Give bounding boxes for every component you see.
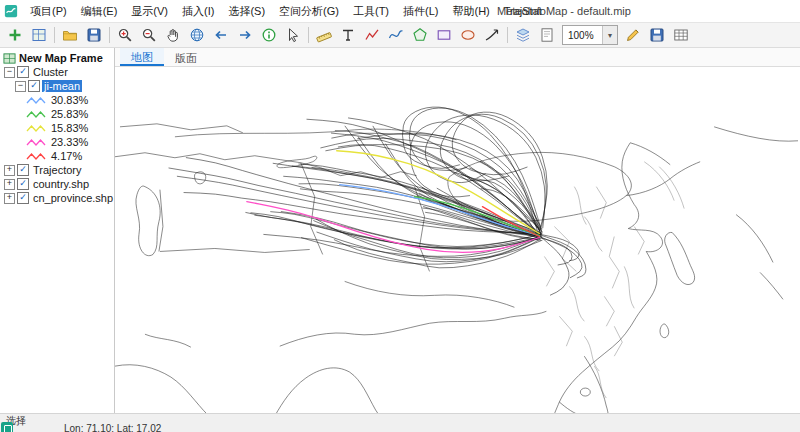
rectangle-draw-icon (436, 27, 452, 43)
legend-label: 4.17% (49, 150, 84, 162)
trajectory-lines (169, 107, 586, 295)
legend-line-icon (26, 138, 46, 147)
identify-button[interactable] (258, 24, 280, 46)
text-annotation-icon (340, 27, 356, 43)
zoom-previous-button[interactable] (210, 24, 232, 46)
status-map-icon (1, 422, 13, 432)
new-map-frame-icon (31, 27, 47, 43)
text-annotation-button[interactable] (337, 24, 359, 46)
edit-pencil-button[interactable] (622, 24, 644, 46)
menu-item-5[interactable]: 空间分析(G) (272, 0, 346, 22)
layers-panel: New Map Frame −✓Cluster−✓ji-mean30.83%25… (0, 48, 115, 413)
legend-item-25.83[interactable]: 25.83% (0, 107, 114, 121)
measure-button[interactable] (313, 24, 335, 46)
menu-item-0[interactable]: 项目(P) (23, 0, 74, 22)
layer-label[interactable]: ji-mean (42, 80, 82, 92)
toc-tree: −✓Cluster−✓ji-mean30.83%25.83%15.83%23.3… (0, 65, 114, 205)
layer-item-trajectory[interactable]: +✓Trajectory (0, 163, 114, 177)
edit-pencil-icon (625, 27, 641, 43)
expand-icon[interactable]: + (4, 179, 15, 190)
zoom-out-icon (141, 27, 157, 43)
zoom-in-button[interactable] (114, 24, 136, 46)
toolbar: 100%▾ (0, 23, 800, 48)
status-bar: 选择 Lon: 71.10; Lat: 17.02 (0, 413, 800, 432)
zoom-out-button[interactable] (138, 24, 160, 46)
curve-draw-button[interactable] (385, 24, 407, 46)
add-data-button[interactable] (4, 24, 26, 46)
zoom-previous-icon (213, 27, 229, 43)
save-edits-icon (649, 27, 665, 43)
tab-strip: 地图版面 (115, 48, 800, 67)
measure-icon (316, 27, 332, 43)
layers-button[interactable] (512, 24, 534, 46)
menu-item-7[interactable]: 插件(L) (396, 0, 445, 22)
zoom-next-button[interactable] (234, 24, 256, 46)
legend-item-30.83[interactable]: 30.83% (0, 93, 114, 107)
open-project-icon (62, 27, 78, 43)
pan-icon (165, 27, 181, 43)
tab-layout[interactable]: 版面 (164, 48, 208, 66)
menu-item-2[interactable]: 显示(V) (124, 0, 175, 22)
wind-arrow-icon (484, 27, 500, 43)
layer-item-cn-province-shp[interactable]: +✓cn_province.shp (0, 191, 114, 205)
layout-view-button[interactable] (536, 24, 558, 46)
legend-label: 30.83% (49, 94, 90, 106)
expand-icon[interactable]: + (4, 165, 15, 176)
layer-label[interactable]: cn_province.shp (31, 192, 115, 204)
layer-item-country-shp[interactable]: +✓country.shp (0, 177, 114, 191)
open-project-button[interactable] (59, 24, 81, 46)
save-project-button[interactable] (83, 24, 105, 46)
layer-checkbox[interactable]: ✓ (28, 80, 40, 92)
legend-item-4.17[interactable]: 4.17% (0, 149, 114, 163)
map-view (115, 67, 800, 413)
save-project-icon (86, 27, 102, 43)
legend-item-15.83[interactable]: 15.83% (0, 121, 114, 135)
save-edits-button[interactable] (646, 24, 668, 46)
legend-item-23.33[interactable]: 23.33% (0, 135, 114, 149)
menu-item-1[interactable]: 编辑(E) (74, 0, 125, 22)
wind-arrow-button[interactable] (481, 24, 503, 46)
layer-checkbox[interactable]: ✓ (17, 164, 29, 176)
toolbar-separator (308, 27, 309, 43)
add-data-icon (7, 27, 23, 43)
layer-checkbox[interactable]: ✓ (17, 66, 29, 78)
zoom-next-icon (237, 27, 253, 43)
select-element-button[interactable] (282, 24, 304, 46)
layer-label[interactable]: Trajectory (31, 164, 84, 176)
full-extent-button[interactable] (186, 24, 208, 46)
layer-item-cluster[interactable]: −✓Cluster (0, 65, 114, 79)
menu-bar: 项目(P)编辑(E)显示(V)插入(I)选择(S)空间分析(G)工具(T)插件(… (23, 0, 549, 22)
menu-item-3[interactable]: 插入(I) (175, 0, 221, 22)
rectangle-draw-button[interactable] (433, 24, 455, 46)
legend-line-icon (26, 124, 46, 133)
province-borders (544, 162, 684, 398)
layer-item-ji-mean[interactable]: −✓ji-mean (0, 79, 114, 93)
menu-item-6[interactable]: 工具(T) (346, 0, 396, 22)
layer-label[interactable]: Cluster (31, 66, 70, 78)
menu-item-8[interactable]: 帮助(H) (445, 0, 496, 22)
map-canvas[interactable] (115, 67, 800, 413)
zoom-level-combo[interactable]: 100%▾ (562, 25, 618, 45)
layout-view-icon (539, 27, 555, 43)
layer-checkbox[interactable]: ✓ (17, 192, 29, 204)
pan-button[interactable] (162, 24, 184, 46)
layer-label[interactable]: country.shp (31, 178, 91, 190)
chevron-down-icon[interactable]: ▾ (602, 26, 617, 44)
collapse-icon[interactable]: − (4, 67, 15, 78)
map-frame-node[interactable]: New Map Frame (0, 51, 114, 65)
collapse-icon[interactable]: − (15, 81, 26, 92)
tab-map[interactable]: 地图 (120, 48, 164, 66)
app-logo-icon (4, 4, 18, 18)
legend-label: 23.33% (49, 136, 90, 148)
polyline-draw-button[interactable] (361, 24, 383, 46)
polygon-draw-button[interactable] (409, 24, 431, 46)
new-map-frame-button[interactable] (28, 24, 50, 46)
legend-line-icon (26, 96, 46, 105)
ellipse-draw-button[interactable] (457, 24, 479, 46)
main-area: New Map Frame −✓Cluster−✓ji-mean30.83%25… (0, 48, 800, 413)
attribute-table-button[interactable] (670, 24, 692, 46)
layer-checkbox[interactable]: ✓ (17, 178, 29, 190)
toolbar-separator (507, 27, 508, 43)
expand-icon[interactable]: + (4, 193, 15, 204)
menu-item-4[interactable]: 选择(S) (221, 0, 272, 22)
